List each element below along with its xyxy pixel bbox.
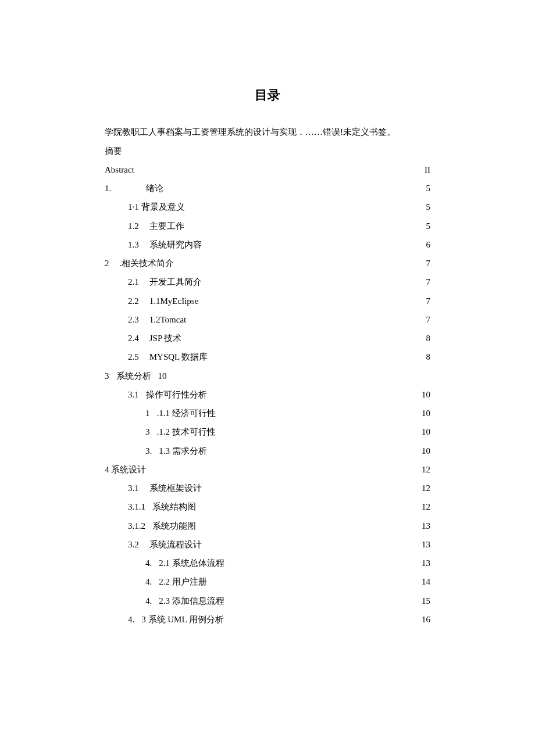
toc-entry-label: 1.2主要工作 bbox=[128, 217, 184, 235]
toc-entry-page: 16 bbox=[420, 610, 430, 629]
toc-entry-label: 学院教职工人事档案与工资管理系统的设计与实现．……错误!未定义书签。 bbox=[105, 123, 395, 141]
toc-entry: 3系统分析10 bbox=[105, 367, 430, 385]
toc-entry-page: 12 bbox=[420, 460, 430, 479]
toc-entry-label: 4 系统设计 bbox=[105, 460, 146, 479]
toc-entry: 1·1 背景及意义5 bbox=[105, 198, 430, 216]
toc-entry-label: 2.21.1MyEcIipse bbox=[128, 292, 198, 310]
toc-entry-label: 2.5MYSQL 数据库 bbox=[128, 347, 208, 366]
toc-entry: 4.2.1 系统总体流程13 bbox=[105, 554, 430, 572]
toc-entry-label: 1·1 背景及意义 bbox=[128, 198, 185, 216]
toc-entry-label: 4.3 系统 UML 用例分析 bbox=[128, 610, 224, 629]
toc-entry-page: 12 bbox=[420, 497, 430, 516]
toc-entry-label: 2.31.2Tomcat bbox=[128, 310, 186, 329]
toc-entry-page: 10 bbox=[420, 422, 430, 441]
toc-entry: 2.相关技术简介7 bbox=[105, 254, 430, 273]
toc-entry: 3.1系统框架设计12 bbox=[105, 479, 430, 497]
toc-entry: AbstractII bbox=[105, 160, 430, 179]
toc-entry-page: 5 bbox=[420, 179, 430, 198]
toc-entry-page: 13 bbox=[420, 554, 430, 572]
toc-entry-label: 2.1开发工具简介 bbox=[128, 273, 202, 291]
toc-entry-label: 2.4JSP 技术 bbox=[128, 329, 181, 347]
toc-entry-label: 3.1.3 需求分析 bbox=[145, 442, 207, 460]
toc-entry-label: 3.1系统框架设计 bbox=[128, 479, 202, 497]
toc-entry-label: 3系统分析10 bbox=[105, 367, 167, 385]
toc-entry-page: 10 bbox=[420, 385, 430, 404]
toc-entry-label: 4.2.3 添加信息流程 bbox=[145, 592, 224, 610]
toc-entry-label: 摘要 bbox=[105, 142, 122, 160]
toc-entry-page: 15 bbox=[420, 592, 430, 610]
toc-entry-page: 14 bbox=[420, 572, 430, 591]
toc-entry: 2.4JSP 技术8 bbox=[105, 329, 430, 347]
toc-entry: 2.31.2Tomcat7 bbox=[105, 310, 430, 329]
toc-entry: 2.1开发工具简介7 bbox=[105, 273, 430, 291]
toc-entry-label: 3.2系统流程设计 bbox=[128, 535, 202, 554]
toc-entry-label: Abstract bbox=[105, 160, 134, 179]
toc-entry: 3.2系统流程设计13 bbox=[105, 535, 430, 554]
toc-entry: 2.21.1MyEcIipse7 bbox=[105, 292, 430, 310]
toc-entry: 1.2主要工作5 bbox=[105, 217, 430, 235]
toc-entry-label: 3.1操作可行性分析 bbox=[128, 385, 207, 404]
document-page: 目录 学院教职工人事档案与工资管理系统的设计与实现．……错误!未定义书签。摘要A… bbox=[0, 0, 535, 756]
toc-entry: 摘要 bbox=[105, 142, 430, 160]
toc-entry-label: 1.绪论 bbox=[105, 179, 163, 198]
toc-entry: 2.5MYSQL 数据库8 bbox=[105, 347, 430, 366]
toc-entry-page: 10 bbox=[420, 442, 430, 460]
toc-entry: 4 系统设计12 bbox=[105, 460, 430, 479]
toc-entry: 3.1操作可行性分析10 bbox=[105, 385, 430, 404]
toc-entry: 学院教职工人事档案与工资管理系统的设计与实现．……错误!未定义书签。 bbox=[105, 123, 430, 141]
toc-entry-page: 12 bbox=[420, 479, 430, 497]
toc-entry-label: 2.相关技术简介 bbox=[105, 254, 174, 273]
toc-entry: 4.2.2 用户注册14 bbox=[105, 572, 430, 591]
toc-entry-label: 1.1.1 经济可行性 bbox=[145, 404, 216, 422]
toc-list: 学院教职工人事档案与工资管理系统的设计与实现．……错误!未定义书签。摘要Abst… bbox=[105, 123, 430, 629]
toc-entry: 3.1.2 技术可行性10 bbox=[105, 422, 430, 441]
toc-entry-page: 7 bbox=[420, 254, 430, 273]
toc-entry-label: 3.1.1系统结构图 bbox=[128, 497, 196, 516]
toc-entry-page: 5 bbox=[420, 217, 430, 235]
toc-entry-page: 7 bbox=[420, 273, 430, 291]
toc-entry-page: 10 bbox=[420, 404, 430, 422]
toc-entry-page: 8 bbox=[420, 329, 430, 347]
toc-entry-page: II bbox=[420, 160, 430, 179]
toc-entry: 3.1.1系统结构图12 bbox=[105, 497, 430, 516]
toc-entry-page: 13 bbox=[420, 517, 430, 535]
toc-entry-label: 1.3系统研究内容 bbox=[128, 235, 202, 254]
toc-entry-page: 7 bbox=[420, 310, 430, 329]
toc-entry-page: 8 bbox=[420, 347, 430, 366]
toc-entry: 1.1.1 经济可行性10 bbox=[105, 404, 430, 422]
toc-title: 目录 bbox=[105, 81, 430, 109]
toc-entry-label: 4.2.1 系统总体流程 bbox=[145, 554, 224, 572]
toc-entry: 3.1.2系统功能图13 bbox=[105, 517, 430, 535]
toc-entry: 4.2.3 添加信息流程15 bbox=[105, 592, 430, 610]
toc-entry-page: 13 bbox=[420, 535, 430, 554]
toc-entry-page: 5 bbox=[420, 198, 430, 216]
toc-entry: 1.绪论5 bbox=[105, 179, 430, 198]
toc-entry: 4.3 系统 UML 用例分析16 bbox=[105, 610, 430, 629]
toc-entry-label: 3.1.2系统功能图 bbox=[128, 517, 196, 535]
toc-entry: 1.3系统研究内容6 bbox=[105, 235, 430, 254]
toc-entry-label: 4.2.2 用户注册 bbox=[145, 572, 207, 591]
toc-entry-page: 7 bbox=[420, 292, 430, 310]
toc-entry-label: 3.1.2 技术可行性 bbox=[145, 422, 216, 441]
toc-entry-page: 6 bbox=[420, 235, 430, 254]
toc-entry: 3.1.3 需求分析10 bbox=[105, 442, 430, 460]
